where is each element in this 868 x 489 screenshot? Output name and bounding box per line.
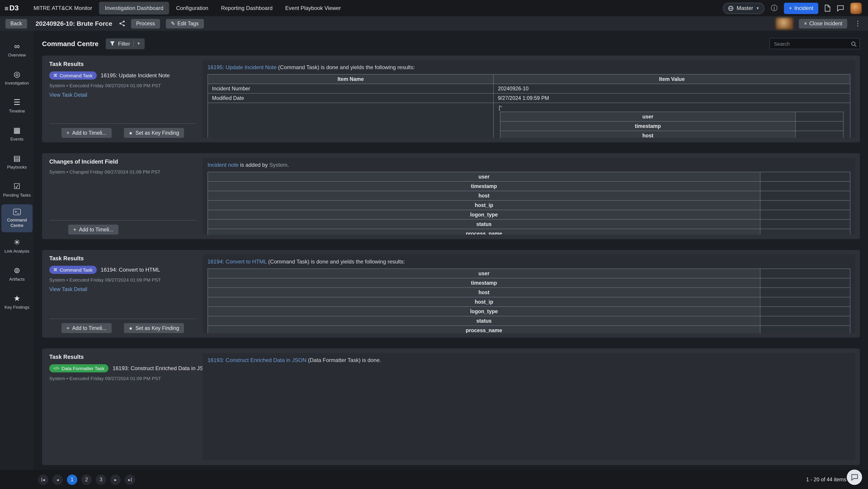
sidebar-item-events[interactable]: ▦ Events — [1, 120, 33, 148]
search-icon[interactable] — [851, 41, 857, 49]
change-meta: System • Changed Friday 09/27/2024 01:09… — [49, 169, 196, 174]
sidebar-item-artifacts[interactable]: ⊚ Artifacts — [1, 260, 33, 288]
table-row: user — [208, 172, 850, 182]
first-page-icon: ◂ — [42, 477, 45, 482]
funnel-icon — [110, 41, 115, 46]
sidebar-item-investigation[interactable]: ◎ Investigation — [1, 64, 33, 92]
new-incident-button[interactable]: + Incident — [784, 2, 818, 14]
table-row: host_ip — [208, 200, 850, 210]
nested-notes-table: user timestamp host host_ip — [500, 111, 844, 138]
chevron-down-icon: ▼ — [756, 6, 760, 10]
nav-configuration[interactable]: Configuration — [170, 2, 214, 14]
table-row: logon_type — [208, 210, 850, 220]
star-icon: ★ — [129, 326, 133, 331]
table-row: host — [208, 191, 850, 200]
command-task-badge: ⌘ Command Task — [49, 266, 97, 274]
command-centre-toolbar: Command Centre Filter ▼ — [34, 31, 868, 55]
sidebar-item-key-findings[interactable]: ★ Key Findings — [1, 288, 33, 316]
actor-name: System — [270, 162, 287, 168]
incident-note-link[interactable]: Incident note — [208, 162, 239, 168]
chevron-down-icon: ▼ — [137, 41, 141, 46]
view-task-detail-link[interactable]: View Task Detail — [49, 287, 196, 292]
chat-icon[interactable] — [837, 5, 844, 11]
nav-reporting-dashboard[interactable]: Reporting Dashboard — [215, 2, 278, 14]
chat-fab-button[interactable] — [847, 469, 862, 485]
task-link[interactable]: 16195: Update Incident Note — [208, 64, 277, 70]
artifacts-fingerprint-icon: ⊚ — [14, 267, 20, 274]
view-task-detail-link[interactable]: View Task Detail — [49, 92, 196, 98]
result-sentence: 16195: Update Incident Note (Command Tas… — [208, 64, 850, 70]
filter-button[interactable]: Filter ▼ — [106, 38, 145, 49]
nav-event-playbook-viewer[interactable]: Event Playbook Viewer — [279, 2, 347, 14]
share-icon[interactable] — [119, 20, 125, 27]
task-meta: System • Executed Friday 09/27/2024 01:0… — [49, 277, 196, 283]
events-calendar-icon: ▦ — [13, 127, 21, 134]
card-heading: Changes of Incident Field — [49, 159, 196, 165]
task-meta: System • Executed Friday 09/27/2024 01:0… — [49, 376, 196, 381]
first-page-button[interactable]: ◂ — [38, 474, 49, 485]
nav-mitre-attck-monitor[interactable]: MITRE ATT&CK Monitor — [28, 2, 98, 14]
master-selector[interactable]: Master ▼ — [723, 2, 765, 14]
assignee-avatar-blurred[interactable] — [776, 18, 793, 29]
close-incident-button[interactable]: × Close Incident — [799, 19, 847, 28]
pending-tasks-checklist-icon: ☑ — [13, 183, 21, 190]
json-prefix: [" — [499, 105, 845, 110]
star-icon: ★ — [129, 130, 133, 135]
task-title: 16194: Convert to HTML — [101, 267, 160, 273]
page-2-button[interactable]: 2 — [81, 474, 92, 485]
d3-logo-text: D3 — [9, 4, 19, 12]
add-to-timeline-button[interactable]: + Add to Timeli... — [61, 128, 112, 138]
kebab-menu-icon[interactable]: ⋮ — [853, 20, 863, 28]
table-row: host_ip — [208, 297, 850, 307]
nav-investigation-dashboard[interactable]: Investigation Dashboard — [99, 2, 169, 14]
command-centre-terminal-icon: >_ — [13, 208, 21, 215]
command-task-badge: ⌘ Command Task — [49, 71, 97, 79]
info-icon[interactable]: ⓘ — [771, 4, 778, 12]
set-key-finding-button[interactable]: ★ Set as Key Finding — [124, 323, 184, 333]
table-row: host — [500, 131, 843, 138]
result-sentence: 16194: Convert to HTML (Command Task) is… — [208, 259, 850, 265]
sidebar-item-timeline[interactable]: ☰ Timeline — [1, 92, 33, 120]
document-icon[interactable] — [825, 4, 831, 12]
last-page-button[interactable]: ▸ — [125, 474, 135, 485]
overview-goggles-icon: ∞ — [14, 42, 20, 50]
back-button[interactable]: Back — [5, 19, 27, 28]
card-heading: Task Results — [49, 61, 196, 67]
task-title: 16195: Update Incident Note — [101, 72, 170, 79]
sidebar-item-pending-tasks[interactable]: ☑ Pending Tasks — [1, 176, 33, 204]
task-result-card-16193: Task Results </> Data Formatter Task 161… — [42, 349, 860, 465]
plus-icon: + — [789, 5, 792, 11]
task-meta: System • Executed Friday 09/27/2024 01:0… — [49, 83, 196, 88]
sidebar-item-overview[interactable]: ∞ Overview — [1, 36, 33, 64]
table-row: timestamp — [208, 182, 850, 191]
globe-icon — [728, 5, 734, 11]
sidebar-item-link-analysis[interactable]: ✳ Link Analysis — [1, 232, 33, 260]
add-to-timeline-button[interactable]: + Add to Timeli... — [61, 323, 112, 333]
set-key-finding-button[interactable]: ★ Set as Key Finding — [124, 128, 184, 138]
edit-tags-button[interactable]: ✎ Edit Tags — [166, 19, 204, 28]
d3-logo[interactable]: ≡ D3 — [4, 4, 19, 12]
prev-page-icon: ◂ — [57, 477, 59, 482]
sidebar-item-command-centre[interactable]: >_ Command Centre — [1, 204, 33, 232]
search-input[interactable] — [770, 38, 860, 49]
page-1-button[interactable]: 1 — [67, 474, 77, 485]
investigation-target-icon: ◎ — [13, 70, 20, 78]
pencil-icon: ✎ — [171, 20, 175, 27]
next-page-button[interactable]: ▸ — [110, 474, 121, 485]
page-3-button[interactable]: 3 — [96, 474, 106, 485]
code-icon: </> — [53, 366, 59, 370]
pagination-bar: ◂ ◂ 1 2 3 ▸ ▸ 1 - 20 of 44 items — [0, 470, 868, 489]
task-link[interactable]: 16193: Construct Enriched Data in JSON — [208, 357, 307, 363]
table-row: Modified Date 9/27/2024 1:09:59 PM — [208, 93, 850, 103]
table-row: timestamp — [208, 278, 850, 288]
command-task-icon: ⌘ — [53, 267, 57, 272]
task-result-card-16194: Task Results ⌘ Command Task 16194: Conve… — [42, 250, 860, 337]
process-button[interactable]: Process — [131, 19, 160, 28]
prev-page-button[interactable]: ◂ — [53, 474, 63, 485]
sidebar-item-playbooks[interactable]: ▤ Playbooks — [1, 148, 33, 176]
task-link[interactable]: 16194: Convert to HTML — [208, 259, 267, 265]
next-page-icon: ▸ — [114, 477, 117, 482]
user-avatar[interactable] — [850, 2, 862, 14]
add-to-timeline-button[interactable]: + Add to Timeli... — [68, 225, 119, 234]
body-row: ∞ Overview ◎ Investigation ☰ Timeline ▦ … — [0, 31, 868, 470]
